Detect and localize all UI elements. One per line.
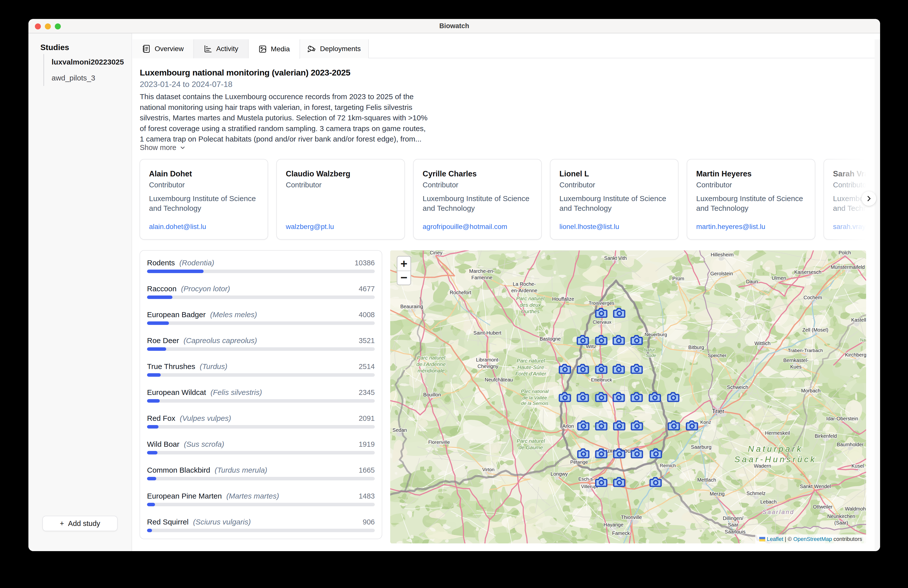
svg-text:Chevigny: Chevigny	[477, 364, 498, 369]
svg-text:de la Semois: de la Semois	[521, 401, 549, 406]
svg-text:Natu: Natu	[860, 338, 866, 343]
svg-text:en-Ardenne: en-Ardenne	[511, 288, 538, 293]
svg-text:Daun: Daun	[746, 279, 758, 284]
svg-text:Polch: Polch	[839, 250, 851, 255]
svg-text:Saarlouis: Saarlouis	[724, 529, 745, 535]
svg-text:Ciney: Ciney	[430, 250, 442, 255]
svg-text:Forêt d'Anlier: Forêt d'Anlier	[515, 371, 546, 377]
svg-text:Bitburg: Bitburg	[688, 345, 704, 350]
svg-text:Süde: Süde	[646, 353, 656, 358]
svg-text:Houffalize: Houffalize	[552, 296, 574, 302]
svg-text:Thionville: Thionville	[621, 514, 642, 520]
svg-text:Fameck: Fameck	[612, 530, 630, 536]
svg-text:Kastell: Kastell	[851, 317, 866, 323]
svg-text:Rochefort: Rochefort	[450, 290, 472, 295]
svg-text:Saarland: Saarland	[763, 509, 794, 515]
svg-text:Ulmen: Ulmen	[772, 275, 786, 281]
svg-text:Zell (Mosel): Zell (Mosel)	[802, 327, 828, 333]
svg-text:Longwy: Longwy	[551, 471, 568, 477]
svg-text:Clervaux: Clervaux	[593, 319, 612, 325]
svg-text:Lebach: Lebach	[760, 499, 777, 504]
svg-text:Arlon: Arlon	[562, 423, 574, 429]
svg-text:Haute-Sûre: Haute-Sûre	[517, 364, 544, 370]
svg-text:Saint-Hubert: Saint-Hubert	[473, 330, 502, 336]
svg-text:Schmelz: Schmelz	[747, 491, 766, 496]
svg-text:Libramont-: Libramont-	[476, 357, 500, 362]
svg-text:Saarburg: Saarburg	[691, 444, 712, 450]
svg-text:Wittlich: Wittlich	[755, 341, 770, 346]
svg-text:Hayange: Hayange	[604, 522, 623, 527]
svg-text:Wadern: Wadern	[754, 463, 771, 469]
svg-text:Kirchberg: Kirchberg	[845, 352, 866, 358]
svg-text:Ourthes: Ourthes	[521, 308, 540, 314]
svg-text:Kaisersesch: Kaisersesch	[794, 269, 821, 275]
svg-text:Sankt Wendel: Sankt Wendel	[800, 483, 831, 489]
svg-text:Parc national: Parc national	[521, 389, 549, 394]
svg-text:Gerolstein: Gerolstein	[710, 271, 733, 276]
svg-text:Kusel: Kusel	[852, 463, 864, 469]
svg-text:Morbach: Morbach	[801, 388, 821, 393]
svg-text:Pétange: Pétange	[570, 459, 588, 465]
svg-text:Kues: Kues	[790, 364, 802, 369]
svg-text:Neunkirchen: Neunkirchen	[827, 514, 855, 519]
svg-text:Dillingen/: Dillingen/	[723, 516, 744, 521]
svg-text:Esch-s: Esch-s	[578, 476, 593, 482]
svg-text:Bernkastel-: Bernkastel-	[783, 358, 808, 363]
svg-text:Famenne: Famenne	[472, 275, 493, 280]
svg-text:Prüm: Prüm	[672, 276, 684, 281]
svg-text:Ottweiler: Ottweiler	[813, 504, 833, 509]
svg-text:Sedan: Sedan	[393, 427, 407, 433]
svg-text:Sankt Vith: Sankt Vith	[604, 255, 627, 261]
svg-text:Troisvierges: Troisvierges	[589, 300, 615, 306]
svg-text:Konz: Konz	[700, 420, 711, 425]
svg-text:Mettlach: Mettlach	[697, 477, 716, 483]
svg-text:Cochem: Cochem	[803, 295, 822, 300]
svg-text:Florenville: Florenville	[428, 440, 450, 445]
svg-text:Saar-Hunsrück: Saar-Hunsrück	[734, 454, 816, 464]
svg-text:des deux: des deux	[520, 302, 541, 308]
svg-text:Marche-en-: Marche-en-	[469, 268, 494, 274]
svg-text:Birkenfeld: Birkenfeld	[815, 433, 837, 439]
svg-text:Baumholder: Baumholder	[837, 442, 864, 447]
svg-text:Idar-Oberstein: Idar-Oberstein	[826, 416, 858, 421]
svg-text:de Gaume: de Gaume	[518, 445, 543, 450]
svg-text:Merzig: Merzig	[710, 491, 724, 496]
svg-text:Bouillon: Bouillon	[423, 392, 441, 397]
svg-text:(Saar): (Saar)	[834, 520, 848, 525]
svg-text:Parc naturel: Parc naturel	[417, 355, 446, 361]
svg-text:Bastogne: Bastogne	[540, 336, 561, 342]
svg-text:Beauraing: Beauraing	[400, 304, 423, 309]
svg-text:de l'Ardenne: de l'Ardenne	[416, 361, 446, 367]
svg-text:Traben-Trarbach: Traben-Trarbach	[788, 348, 823, 353]
svg-text:méridionale: méridionale	[418, 368, 445, 374]
svg-text:Parc naturel: Parc naturel	[517, 358, 545, 364]
svg-text:Parc naturel: Parc naturel	[516, 295, 545, 301]
svg-text:Trier: Trier	[712, 408, 724, 415]
svg-text:Neufchâteau: Neufchâteau	[485, 377, 513, 382]
svg-text:Neuerburg: Neuerburg	[645, 332, 667, 337]
svg-text:Ettelbruck: Ettelbruck	[591, 377, 612, 382]
svg-text:Münstermaifeld: Münstermaifeld	[831, 264, 865, 270]
svg-text:Naturpark: Naturpark	[748, 444, 803, 453]
svg-text:Remich: Remich	[660, 463, 676, 468]
svg-text:Speicher: Speicher	[708, 353, 727, 358]
svg-text:Waldmohr: Waldmohr	[845, 506, 866, 512]
svg-text:Saar: Saar	[728, 522, 739, 527]
svg-text:Parc naturel: Parc naturel	[517, 438, 545, 444]
svg-text:Natur: Natur	[644, 348, 655, 353]
svg-text:La Roche-: La Roche-	[513, 281, 536, 287]
svg-text:Hermeskeil: Hermeskeil	[765, 430, 790, 436]
svg-text:de la Vallée: de la Vallée	[523, 395, 547, 400]
svg-text:Schweich: Schweich	[727, 385, 748, 390]
svg-text:Virton: Virton	[482, 467, 494, 472]
svg-text:Hillesheim: Hillesheim	[711, 252, 734, 258]
